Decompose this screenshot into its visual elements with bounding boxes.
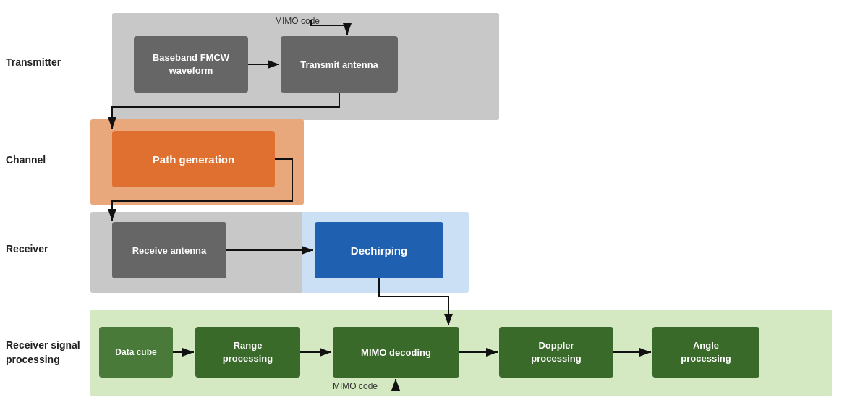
transmit-antenna-block: Transmit antenna	[281, 36, 398, 93]
receive-antenna-block: Receive antenna	[112, 222, 226, 278]
mimo-code-bottom-label: MIMO code	[333, 381, 378, 391]
path-generation-block: Path generation	[112, 131, 275, 187]
mimo-decoding-block: MIMO decoding	[333, 327, 459, 378]
channel-label: Channel	[6, 154, 46, 166]
data-cube-block: Data cube	[99, 327, 173, 378]
receiver-signal-label: Receiver signal processing	[6, 338, 80, 367]
receiver-label: Receiver	[6, 243, 48, 255]
angle-processing-block: Angle processing	[652, 327, 760, 378]
doppler-processing-block: Doppler processing	[499, 327, 613, 378]
dechirping-block: Dechirping	[315, 222, 443, 278]
baseband-block: Baseband FMCW waveform	[134, 36, 248, 93]
range-processing-block: Range processing	[195, 327, 300, 378]
transmitter-label: Transmitter	[6, 56, 61, 68]
mimo-code-top-label: MIMO code	[275, 16, 320, 26]
diagram: Transmitter Channel Receiver Receiver si…	[0, 0, 868, 418]
